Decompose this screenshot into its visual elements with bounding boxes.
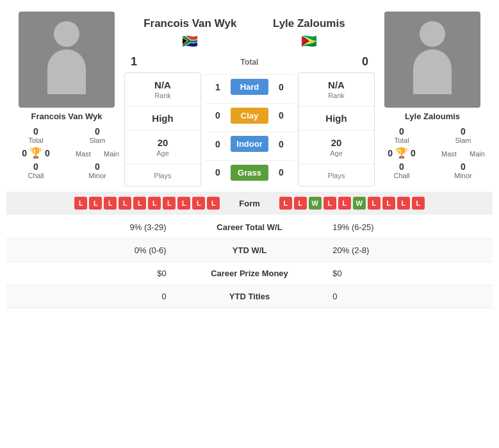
p2-prize: $0	[322, 262, 493, 285]
p1-ytd-wl: 0% (0-6)	[6, 239, 177, 262]
stats-table: 9% (3-29) Career Total W/L 19% (6-25) 0%…	[6, 216, 493, 308]
player2-header: Lyle Zaloumis 🇬🇾	[250, 17, 369, 49]
player1-age-row: 20 Age	[125, 131, 200, 164]
player1-card: Francois Van Wyk 0 Total 0 Slam 0 🏆 0 Ma…	[9, 12, 124, 179]
career-wl-label: Career Total W/L	[177, 216, 323, 239]
p1-form-6: L	[148, 197, 161, 210]
p2-career-wl: 19% (6-25)	[322, 216, 493, 239]
player1-chall-stat: 0 Chall	[9, 162, 63, 179]
indoor-score-right: 0	[275, 139, 288, 149]
player1-minor-label: Minor	[88, 172, 106, 179]
player1-total-label: Total	[28, 137, 43, 144]
player1-main-label: Main	[99, 150, 124, 158]
player2-peak-row: High	[299, 106, 374, 131]
prize-label: Career Prize Money	[177, 262, 323, 285]
player1-detail-panel: N/A Rank High 20 Age Plays	[124, 72, 201, 187]
player2-detail-panel: N/A Rank High 20 Age Plays	[298, 72, 375, 187]
ytd-wl-label: YTD W/L	[177, 239, 323, 262]
player1-mast-row: 0 🏆 0	[9, 147, 63, 159]
player2-plays-row: Plays	[299, 164, 374, 186]
player1-main-value: 0	[45, 148, 50, 158]
player2-peak-value: High	[325, 113, 347, 124]
main-container: Francois Van Wyk 0 Total 0 Slam 0 🏆 0 Ma…	[0, 0, 499, 315]
player2-total-score: 0	[362, 55, 368, 69]
stats-row-ytd-titles: 0 YTD Titles 0	[6, 285, 493, 308]
grass-score-left: 0	[211, 167, 224, 178]
player2-silhouette-body	[413, 49, 452, 94]
p1-form-5: L	[133, 197, 146, 210]
p1-career-wl: 9% (3-29)	[6, 216, 177, 239]
player1-total-value: 0	[33, 126, 38, 137]
player2-minor-label: Minor	[454, 172, 472, 179]
player2-age-row: 20 Age	[299, 131, 374, 164]
grass-badge: Grass	[231, 165, 268, 181]
player2-age-label: Age	[330, 149, 343, 157]
player1-peak-row: High	[125, 106, 200, 131]
total-score-row: 1 Total 0	[124, 51, 375, 72]
player1-chall-label: Chall	[28, 172, 44, 179]
player2-slam-value: 0	[461, 126, 466, 137]
p2-form-7: L	[368, 197, 380, 210]
indoor-score-left: 0	[211, 139, 224, 149]
p1-form-8: L	[177, 197, 190, 210]
player1-slam-stat: 0 Slam	[70, 126, 124, 144]
p1-form-1: L	[74, 197, 87, 210]
player2-chall-value: 0	[399, 162, 404, 172]
player1-stats: 0 Total 0 Slam 0 🏆 0 Mast Main 0	[9, 126, 124, 179]
player1-slam-value: 0	[95, 126, 100, 137]
player1-peak-value: High	[152, 113, 173, 124]
player2-plays-label: Plays	[328, 172, 345, 179]
player1-age-value: 20	[158, 137, 168, 148]
player1-minor-value: 0	[95, 162, 100, 172]
player1-silhouette-body	[47, 49, 86, 94]
player1-slam-label: Slam	[89, 137, 105, 144]
player1-rank-label: Rank	[154, 92, 171, 99]
player2-chall-label: Chall	[393, 172, 409, 179]
p1-form-10: L	[207, 197, 220, 210]
player1-minor-stat: 0 Minor	[70, 162, 124, 179]
player1-silhouette-head	[54, 21, 79, 47]
player1-rank-row: N/A Rank	[125, 73, 200, 106]
player1-rank-value: N/A	[154, 79, 171, 90]
p2-form-1: L	[279, 197, 292, 210]
stats-row-prize: $0 Career Prize Money $0	[6, 262, 493, 285]
player1-total-score: 1	[131, 55, 137, 69]
surface-row-clay: 0 Clay 0	[205, 103, 294, 128]
p2-ytd-wl: 20% (2-8)	[322, 239, 493, 262]
player2-slam-stat: 0 Slam	[436, 126, 490, 144]
player2-header-name: Lyle Zaloumis	[250, 17, 369, 31]
p2-form-10: L	[412, 197, 425, 210]
p2-form-4: L	[323, 197, 336, 210]
p2-form-2: L	[294, 197, 307, 210]
player2-age-value: 20	[331, 137, 342, 148]
player2-form: L L W L L W L L L L	[279, 197, 484, 210]
player2-rank-value: N/A	[328, 79, 345, 90]
mid-section: N/A Rank High 20 Age Plays	[124, 72, 375, 187]
player2-rank-label: Rank	[328, 92, 345, 99]
player1-header: Francois Van Wyk 🇿🇦	[131, 17, 250, 49]
p1-form-2: L	[89, 197, 102, 210]
player1-flag: 🇿🇦	[131, 33, 250, 49]
total-label: Total	[137, 58, 362, 67]
clay-badge: Clay	[231, 108, 268, 124]
player2-trophy-icon: 🏆	[395, 147, 408, 159]
player2-silhouette-head	[420, 21, 445, 47]
player1-mast-label: Mast	[70, 150, 96, 158]
player1-header-name: Francois Van Wyk	[131, 17, 250, 31]
indoor-badge: Indoor	[231, 136, 268, 152]
hard-score-right: 0	[275, 82, 288, 92]
player2-rank-row: N/A Rank	[299, 73, 374, 106]
form-label: Form	[220, 199, 279, 208]
player2-avatar	[384, 12, 480, 108]
player2-slam-label: Slam	[455, 137, 471, 144]
player2-flag: 🇬🇾	[250, 33, 369, 49]
player1-chall-value: 0	[33, 162, 38, 172]
player2-total-stat: 0 Total	[375, 126, 429, 144]
player1-avatar	[19, 12, 115, 108]
player1-trophy-icon: 🏆	[29, 147, 42, 159]
player2-name: Lyle Zaloumis	[405, 112, 460, 121]
player1-total-stat: 0 Total	[9, 126, 63, 144]
p2-form-3: W	[309, 197, 322, 210]
p1-form-4: L	[119, 197, 131, 210]
p1-ytd-titles: 0	[6, 285, 177, 308]
